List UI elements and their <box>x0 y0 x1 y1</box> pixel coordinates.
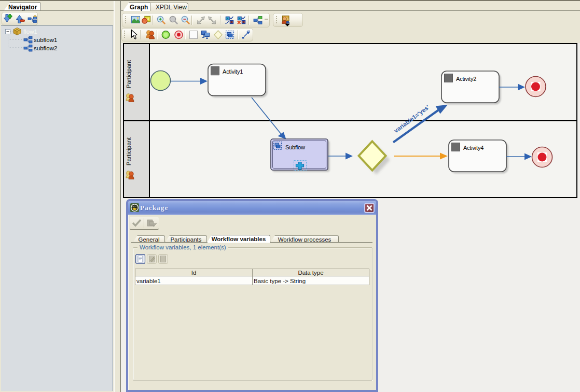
svg-text:Activity4: Activity4 <box>463 145 484 151</box>
svg-text:subflow2: subflow2 <box>34 45 57 51</box>
svg-text:Activity1: Activity1 <box>223 68 243 75</box>
svg-text:Participant: Participant <box>126 137 132 165</box>
svg-text:Participant: Participant <box>126 60 132 88</box>
svg-text:subflow1: subflow1 <box>34 37 57 43</box>
svg-text:Activity2: Activity2 <box>456 76 476 82</box>
svg-text:Subflow: Subflow <box>285 144 305 150</box>
svg-text:flow1: flow1 <box>23 29 37 35</box>
